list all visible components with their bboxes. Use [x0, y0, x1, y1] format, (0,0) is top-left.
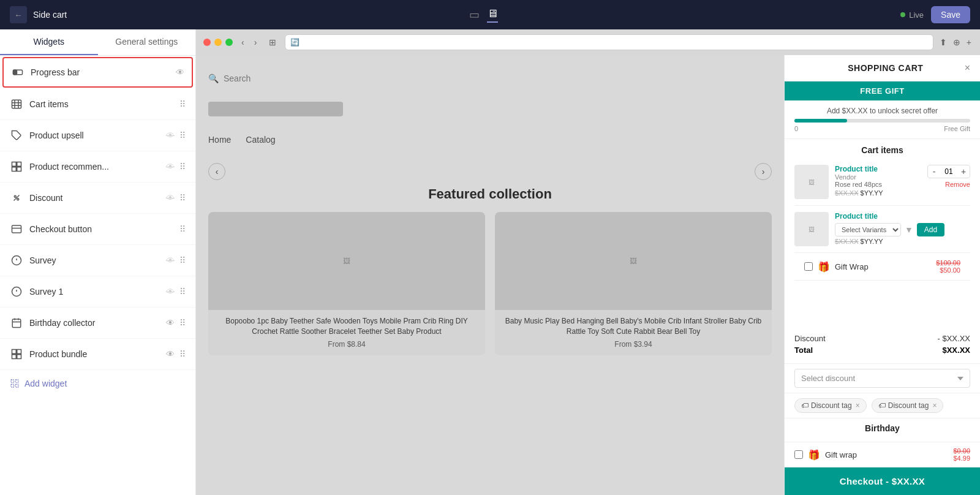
nav-buttons: ‹ › [238, 36, 260, 48]
gift-wrap-checkbox[interactable] [804, 262, 813, 271]
birthday-section: Birthday [785, 418, 980, 442]
cart-banner: FREE GIFT [785, 81, 980, 100]
cart-item-controls-0: - 01 + Remove [927, 165, 970, 199]
back-nav-button[interactable]: ‹ [238, 36, 248, 48]
sidebar-item-discount[interactable]: Discount 👁 ⠿ [0, 183, 195, 214]
cart-item-img-1: 🖼 [794, 212, 829, 246]
eye-hidden-icon-survey-1[interactable]: 👁 [166, 287, 175, 297]
share-button[interactable]: ⬆ [938, 36, 948, 48]
eye-hidden-icon-product-upsell[interactable]: 👁 [166, 130, 175, 140]
product-price-1: From $3.94 [501, 339, 766, 350]
tab-widgets[interactable]: Widgets [0, 29, 98, 55]
sidebar-item-label-survey-1: Survey 1 [29, 287, 160, 297]
browser-area: ‹ › ⊞ 🔄 ⬆ ⊕ + 🔍 Search [196, 29, 980, 495]
drag-icon-birthday-collector[interactable]: ⠿ [179, 318, 186, 328]
discount-dropdown[interactable]: Select discount [794, 369, 970, 388]
discount-tags: 🏷 Discount tag × 🏷 Discount tag × [785, 393, 980, 418]
discount-tag-close-1[interactable]: × [932, 401, 937, 410]
live-label: Live [909, 10, 924, 20]
forward-nav-button[interactable]: › [251, 36, 261, 48]
product-img-1: 🖼 [495, 212, 772, 310]
qty-increase-0[interactable]: + [957, 165, 970, 178]
featured-title: Featured collection [208, 186, 772, 202]
add-widget-button[interactable]: Add widget [0, 370, 195, 397]
bookmark-button[interactable]: ⊕ [952, 36, 962, 48]
traffic-light-yellow[interactable] [214, 39, 222, 46]
eye-hidden-icon-survey[interactable]: 👁 [166, 255, 175, 265]
totals-row-discount: Discount - $XX.XX [794, 334, 970, 343]
gift-wrap-checkbox-2[interactable] [794, 450, 803, 459]
discount-icon [10, 191, 23, 205]
back-button[interactable]: ← [10, 6, 27, 23]
discount-tag-label-1: Discount tag [888, 401, 929, 410]
drag-icon-discount[interactable]: ⠿ [179, 193, 186, 203]
drag-icon-cart-items[interactable]: ⠿ [179, 99, 186, 109]
product-card-1[interactable]: 🖼 Baby Music Play Bed Hanging Bell Baby'… [495, 212, 772, 355]
sidebar-item-product-bundle[interactable]: Product bundle 👁 ⠿ [0, 339, 195, 370]
eye-icon-birthday-collector[interactable]: 👁 [166, 318, 175, 328]
tablet-icon[interactable]: ▭ [469, 8, 480, 21]
eye-icon-product-bundle[interactable]: 👁 [166, 349, 175, 359]
discount-value: - $XX.XX [938, 334, 970, 343]
sidebar-item-actions-product-bundle: 👁 ⠿ [166, 349, 186, 359]
gift-wrap-prices: $100.00 $50.00 [936, 259, 960, 274]
cart-close-button[interactable]: × [965, 62, 970, 74]
new-tab-button[interactable]: + [965, 36, 973, 48]
expand-button[interactable]: ⊞ [265, 36, 280, 48]
checkout-button[interactable]: Checkout - $XX.XX [785, 467, 980, 495]
qty-decrease-0[interactable]: - [928, 165, 940, 178]
svg-rect-29 [12, 355, 17, 359]
svg-rect-15 [12, 225, 21, 233]
featured-section: ‹ › Featured collection 🖼 Bopoobo 1pc Ba… [208, 163, 772, 355]
gift-wrap-row: 🎁 Gift Wrap $100.00 $50.00 [794, 253, 970, 281]
topbar: ← Side cart ▭ 🖥 Live Save [0, 0, 980, 29]
add-to-cart-button[interactable]: Add [917, 223, 944, 236]
sidebar-item-progress-bar[interactable]: Progress bar 👁 [2, 57, 193, 88]
tab-general-settings[interactable]: General settings [98, 29, 196, 55]
desktop-icon[interactable]: 🖥 [487, 7, 498, 23]
cart-item-0: 🖼 Product title Vendor Rose red 48pcs $X… [794, 159, 970, 206]
drag-icon-survey-1[interactable]: ⠿ [179, 287, 186, 297]
next-button[interactable]: › [755, 163, 772, 180]
variant-select[interactable]: Select Variants [835, 223, 901, 236]
svg-rect-34 [15, 384, 18, 387]
gift-wrap-row-2: 🎁 Gift wrap $0.00 $4.99 [785, 442, 980, 467]
add-widget-label: Add widget [24, 379, 67, 388]
traffic-light-green[interactable] [225, 39, 233, 46]
eye-icon-progress-bar[interactable]: 👁 [176, 67, 184, 77]
remove-button-0[interactable]: Remove [945, 181, 970, 188]
discount-tag-close-0[interactable]: × [856, 401, 860, 410]
drag-icon-product-recommend[interactable]: ⠿ [179, 162, 186, 172]
product-upsell-icon [10, 129, 23, 142]
discount-tag-icon-1: 🏷 [878, 401, 886, 410]
sidebar-item-birthday-collector[interactable]: Birthday collector 👁 ⠿ [0, 308, 195, 339]
sidebar-item-survey[interactable]: Survey 👁 ⠿ [0, 245, 195, 276]
total-value: $XX.XX [942, 346, 970, 355]
sidebar-item-cart-items[interactable]: Cart items ⠿ [0, 89, 195, 120]
sidebar-item-actions-product-recommend: 👁 ⠿ [166, 162, 186, 172]
prev-button[interactable]: ‹ [208, 163, 225, 180]
nav-catalog[interactable]: Catalog [246, 135, 275, 145]
add-widget-icon [10, 379, 20, 388]
save-button[interactable]: Save [931, 6, 970, 23]
sidebar-item-product-recommend[interactable]: Product recommen... 👁 ⠿ [0, 151, 195, 183]
sidebar-item-checkout-button[interactable]: Checkout button ⠿ [0, 214, 195, 245]
eye-hidden-icon-discount[interactable]: 👁 [166, 193, 175, 203]
sidebar-item-actions-survey: 👁 ⠿ [166, 255, 186, 265]
drag-icon-survey[interactable]: ⠿ [179, 255, 186, 265]
survey-1-icon [10, 285, 23, 298]
drag-icon-product-bundle[interactable]: ⠿ [179, 349, 186, 359]
sidebar-item-label-cart-items: Cart items [29, 99, 173, 109]
url-bar[interactable]: 🔄 [285, 34, 933, 50]
cart-item-1: 🖼 Product title Select Variants ▼ Add [794, 206, 970, 253]
traffic-light-red[interactable] [203, 39, 211, 46]
product-card-0[interactable]: 🖼 Bopoobo 1pc Baby Teether Safe Wooden T… [208, 212, 485, 355]
sidebar-item-survey-1[interactable]: Survey 1 👁 ⠿ [0, 276, 195, 308]
nav-home[interactable]: Home [208, 135, 231, 145]
drag-icon-checkout-button[interactable]: ⠿ [179, 224, 186, 234]
eye-hidden-icon-product-recommend[interactable]: 👁 [166, 162, 175, 172]
svg-rect-1 [13, 70, 17, 75]
sidebar-item-actions-product-upsell: 👁 ⠿ [166, 130, 186, 140]
sidebar-item-product-upsell[interactable]: Product upsell 👁 ⠿ [0, 120, 195, 151]
drag-icon-product-upsell[interactable]: ⠿ [179, 130, 186, 140]
